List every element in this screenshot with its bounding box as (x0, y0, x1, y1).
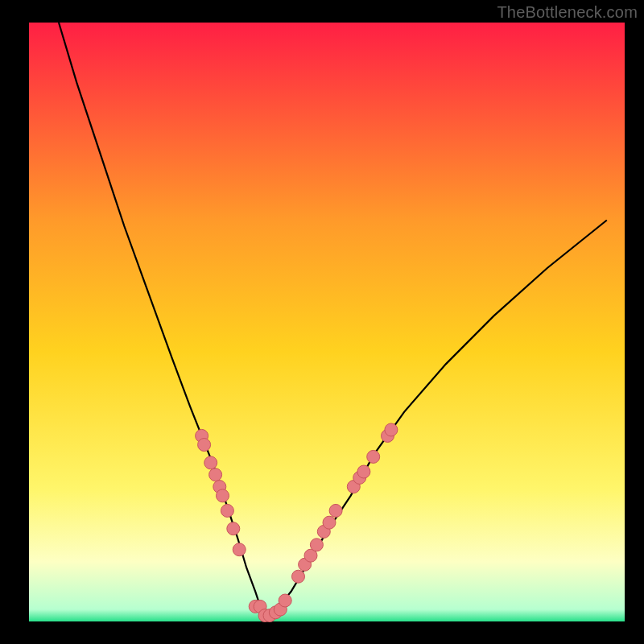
bottleneck-chart (0, 0, 644, 644)
data-marker (385, 423, 398, 436)
data-marker (204, 456, 217, 469)
data-marker (310, 539, 323, 551)
data-marker (198, 439, 211, 452)
chart-container: TheBottleneck.com (0, 0, 644, 644)
data-marker (323, 516, 336, 529)
data-marker (221, 504, 233, 517)
data-marker (217, 489, 229, 502)
data-marker (209, 469, 222, 481)
data-marker (292, 570, 305, 583)
watermark-text: TheBottleneck.com (497, 3, 638, 22)
data-marker (357, 465, 370, 478)
data-marker (329, 504, 342, 517)
data-marker (227, 522, 240, 535)
data-marker (233, 543, 246, 556)
data-marker (279, 594, 291, 607)
data-marker (367, 450, 380, 463)
